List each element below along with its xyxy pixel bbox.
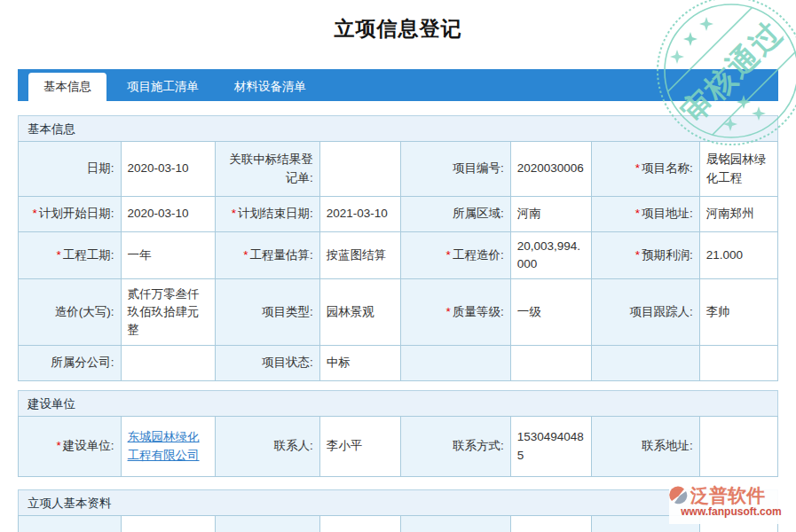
- required-asterisk: *: [57, 248, 61, 262]
- required-asterisk: *: [635, 248, 640, 262]
- field-label: 所属分公司:: [51, 356, 114, 369]
- form-row: *建设单位: 东城园林绿化工程有限公司 联系人: 李小平 联系方式: 15304…: [19, 417, 778, 477]
- field-value: 河南: [517, 207, 541, 220]
- form-row: [19, 516, 778, 532]
- field-label: 联系人:: [274, 439, 313, 452]
- fanpu-logo: 泛普软件 www.fanpusoft.com: [669, 483, 793, 524]
- section-header: 立项人基本资料: [18, 489, 778, 516]
- field-value: 2020-03-10: [128, 161, 189, 175]
- field-label: 所属区域:: [453, 207, 504, 220]
- field-value: 李帅: [706, 305, 730, 318]
- applicant-info-table: [18, 515, 778, 532]
- field-label: 计划开始日期:: [39, 207, 114, 220]
- field-label: 项目状态:: [262, 356, 313, 369]
- form-row: *工程工期: 一年 *工程量估算: 按蓝图结算 *工程造价: 20,003,99…: [19, 232, 778, 279]
- field-label: 联系方式:: [453, 439, 504, 452]
- field-label: 工程量估算:: [250, 248, 313, 262]
- section-construction-unit: 建设单位 *建设单位: 东城园林绿化工程有限公司 联系人: 李小平 联系方式: …: [18, 390, 778, 477]
- field-label: 项目跟踪人:: [630, 305, 693, 318]
- tab-material-equipment-list[interactable]: 材料设备清单: [219, 73, 321, 101]
- required-asterisk: *: [446, 305, 451, 318]
- form-row: *计划开始日期: 2020-03-10 *计划结束日期: 2021-03-10 …: [19, 197, 778, 232]
- form-row: 造价(大写): 贰仟万零叁仟玖佰玖拾肆元整 项目类型: 园林景观 *质量等级: …: [19, 279, 778, 346]
- field-value: 河南郑州: [706, 207, 754, 220]
- required-asterisk: *: [243, 248, 248, 262]
- section-applicant-info: 立项人基本资料: [18, 489, 778, 532]
- field-value: 晟铭园林绿化工程: [706, 153, 767, 184]
- form-row: 日期: 2020-03-10 关联中标结果登记单: 项目编号: 20200300…: [19, 142, 778, 197]
- field-value: 按蓝图结算: [327, 248, 387, 262]
- field-label: 联系地址:: [642, 439, 693, 452]
- required-asterisk: *: [635, 161, 640, 175]
- page-title: 立项信息登记: [0, 0, 796, 44]
- field-value: 2020030006: [517, 161, 584, 175]
- field-value: 中标: [327, 356, 351, 369]
- field-label: 项目地址:: [642, 207, 693, 220]
- tab-bar: 基本信息 项目施工清单 材料设备清单: [18, 69, 778, 101]
- tab-construction-list[interactable]: 项目施工清单: [112, 73, 214, 101]
- section-basic-info: 基本信息 日期: 2020-03-10 关联中标结果登记单: 项目编号: 202…: [18, 115, 778, 381]
- field-label: 项目编号:: [453, 161, 504, 175]
- field-label: 计划结束日期:: [238, 207, 313, 220]
- basic-info-table: 日期: 2020-03-10 关联中标结果登记单: 项目编号: 20200300…: [18, 141, 778, 381]
- field-label: 质量等级:: [453, 305, 504, 318]
- required-asterisk: *: [33, 207, 37, 220]
- field-label: 造价(大写):: [55, 305, 114, 318]
- field-value: 园林景观: [327, 305, 374, 318]
- required-asterisk: *: [232, 207, 236, 220]
- form-row: 所属分公司: 项目状态: 中标: [19, 346, 778, 381]
- form-content: 基本信息 日期: 2020-03-10 关联中标结果登记单: 项目编号: 202…: [18, 115, 778, 532]
- required-asterisk: *: [446, 248, 451, 262]
- required-asterisk: *: [635, 207, 640, 220]
- logo-brand: 泛普软件: [690, 483, 765, 508]
- field-value: 李小平: [327, 439, 363, 452]
- field-value: 2020-03-10: [128, 207, 189, 220]
- field-label: 工程工期:: [63, 248, 114, 262]
- field-label: 关联中标结果登记单:: [229, 153, 313, 184]
- field-label: 工程造价:: [453, 248, 504, 262]
- field-label: 项目类型:: [262, 305, 313, 318]
- field-label: 项目名称:: [642, 161, 693, 175]
- section-header: 基本信息: [18, 115, 778, 142]
- logo-url: www.fanpusoft.com: [669, 505, 793, 518]
- field-value: 21.000: [706, 248, 743, 262]
- field-value: 一年: [128, 248, 152, 262]
- field-label: 建设单位:: [63, 439, 114, 452]
- construction-unit-table: *建设单位: 东城园林绿化工程有限公司 联系人: 李小平 联系方式: 15304…: [18, 416, 778, 477]
- field-value: 15304940485: [517, 430, 584, 461]
- field-label: 预期利润:: [642, 248, 693, 262]
- field-value: 2021-03-10: [327, 207, 388, 220]
- field-value: 一级: [517, 305, 541, 318]
- section-header: 建设单位: [18, 390, 778, 417]
- field-value: 贰仟万零叁仟玖佰玖拾肆元整: [128, 287, 200, 337]
- construction-unit-link[interactable]: 东城园林绿化工程有限公司: [128, 430, 200, 461]
- field-label: 日期:: [87, 161, 114, 175]
- required-asterisk: *: [57, 439, 61, 452]
- field-value: 20,003,994.000: [517, 239, 580, 270]
- tab-basic-info[interactable]: 基本信息: [28, 73, 106, 101]
- logo-mark-icon: [669, 486, 689, 505]
